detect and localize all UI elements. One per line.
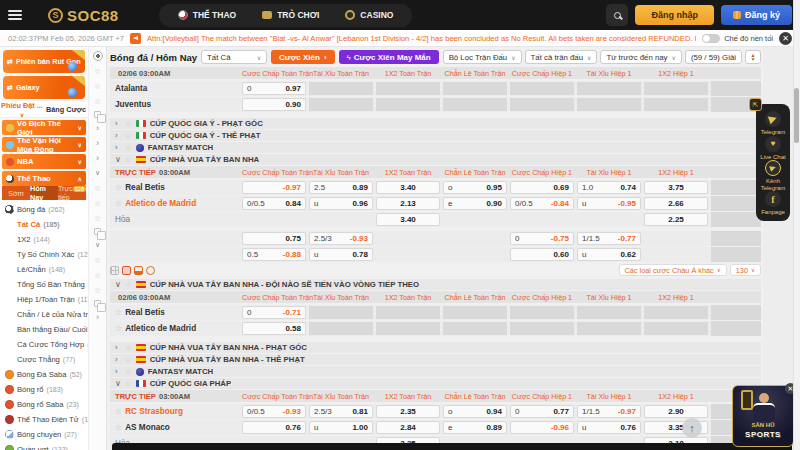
time-range-select[interactable]: Từ trước đến nay∨ (600, 50, 681, 64)
sidebar-bet-type[interactable]: Cá Cược Tổng Hợp (458) (0, 337, 88, 352)
odds-cell[interactable]: u-0.95 (577, 197, 641, 210)
league-row[interactable]: ∨ ☆ CÚP NHÀ VUA TÂY BAN NHA (110, 154, 761, 165)
odds-cell[interactable]: o0.94 (443, 405, 507, 418)
odds-cell[interactable] (510, 82, 574, 95)
odds-cell[interactable] (443, 306, 507, 319)
sidebar-sport-item[interactable]: Thể Thao Điện Tử (106) (0, 412, 88, 427)
asian-bets-select[interactable]: Các loại cược Châu Á khác∨ (619, 264, 727, 276)
odds-cell[interactable] (309, 213, 373, 226)
favorite-star-icon[interactable]: ☆ (125, 379, 132, 388)
expand-chevron-icon[interactable]: ∨ (115, 280, 121, 289)
nav-sports[interactable]: THỂ THAO (165, 4, 249, 27)
odds-cell[interactable] (510, 213, 574, 226)
bet-slip-tab[interactable]: Phiếu Đặt ... ∨ (0, 101, 44, 119)
rail-icon[interactable] (94, 228, 101, 235)
favorite-star-icon[interactable]: ☆ (125, 343, 132, 352)
sidebar-bet-type[interactable]: 1X2 (144) (0, 232, 88, 247)
rail-icon[interactable] (93, 285, 103, 295)
parlay-button[interactable]: Cược Xiên› (271, 50, 335, 64)
expand-toolbar-icon[interactable]: ⇱ (749, 98, 762, 111)
menu-icon[interactable] (8, 10, 22, 20)
league-row[interactable]: › ☆ FANTASY MATCH (110, 142, 761, 153)
sidebar-bet-type[interactable]: Chẵn / Lẻ của Nửa trậ... (111) (0, 307, 88, 322)
odds-cell[interactable] (510, 306, 574, 319)
expand-chevron-icon[interactable]: › (115, 343, 121, 352)
odds-cell[interactable]: 0-0.75 (510, 232, 574, 245)
odds-cell[interactable]: -0.96 (510, 421, 574, 434)
logo[interactable]: S SOC88 (48, 7, 119, 24)
favorite-star-icon[interactable]: ☆ (125, 280, 132, 289)
favorite-star-icon[interactable]: ☆ (115, 423, 122, 432)
odds-cell[interactable] (644, 98, 708, 111)
next-section-bar[interactable] (112, 443, 792, 450)
rail-icon[interactable] (93, 123, 103, 133)
sidebar-sport-item[interactable]: Quần vợt (133) (0, 442, 88, 450)
expand-chevron-icon[interactable]: ∨ (115, 379, 121, 388)
rail-icon[interactable] (93, 183, 103, 193)
odds-cell[interactable]: 0.76 (242, 421, 306, 434)
favorite-star-icon[interactable]: ☆ (115, 407, 122, 416)
league-row[interactable]: › ☆ CÚP QUỐC GIA Ý - PHẠT GÓC (110, 118, 761, 129)
odds-cell[interactable] (376, 98, 440, 111)
contact-item[interactable]: Live Chat (757, 136, 789, 161)
odds-cell[interactable]: 1.00.74 (577, 181, 641, 194)
close-icon[interactable]: ✕ (779, 32, 792, 45)
odds-cell[interactable]: 00.97 (242, 82, 306, 95)
favorite-star-icon[interactable]: ☆ (115, 183, 122, 192)
promo-banner[interactable]: SÀN HŨ SPORTS (732, 385, 794, 447)
sidebar-bet-type[interactable]: Tất Cả (185) (0, 217, 88, 232)
tab-early[interactable]: Sớm (2, 186, 30, 200)
odds-cell[interactable] (443, 322, 507, 335)
favorite-star-icon[interactable]: ☆ (125, 143, 132, 152)
odds-cell[interactable] (376, 322, 440, 335)
odds-cell[interactable] (376, 248, 440, 261)
odds-cell[interactable]: -0.97 (242, 181, 306, 194)
expand-chevron-icon[interactable]: › (115, 367, 121, 376)
odds-cell[interactable]: u1.00 (309, 421, 373, 434)
odds-count-select[interactable]: 130∨ (730, 264, 761, 276)
favorite-star-icon[interactable]: ☆ (125, 367, 132, 376)
tab-live[interactable]: Trực tiếp528 (58, 186, 86, 200)
sidebar-sport-item[interactable]: Bóng chuyền (27) (0, 427, 88, 442)
nav-games[interactable]: TRÒ CHƠI (249, 4, 332, 27)
odds-cell[interactable] (242, 213, 306, 226)
odds-cell[interactable]: 1/1.5-0.77 (577, 232, 641, 245)
register-button[interactable]: Đăng ký (721, 5, 792, 25)
odds-cell[interactable]: 0-0.71 (242, 306, 306, 319)
odds-cell[interactable] (443, 248, 507, 261)
favorite-star-icon[interactable]: ☆ (125, 131, 132, 140)
page-scrollbar[interactable] (793, 0, 800, 450)
odds-cell[interactable]: u0.78 (309, 248, 373, 261)
odds-cell[interactable] (577, 82, 641, 95)
odds-cell[interactable] (577, 306, 641, 319)
tab-today[interactable]: Hôm Nay (30, 186, 58, 200)
odds-cell[interactable]: u0.62 (577, 248, 641, 261)
sidebar-bet-type[interactable]: Tỷ Số Chính Xác (123) (0, 247, 88, 262)
search-button[interactable] (606, 4, 628, 26)
odds-cell[interactable]: 0.69 (510, 181, 574, 194)
odds-cell[interactable]: e0.90 (443, 197, 507, 210)
odds-cell[interactable]: 0/0.5-0.93 (242, 405, 306, 418)
odds-cell[interactable] (443, 82, 507, 95)
odds-cell[interactable]: 2.13 (376, 197, 440, 210)
contact-item[interactable]: Kênh Telegram (757, 160, 789, 191)
sidebar-section-header[interactable]: Thế Vận Hội Mùa Đông ∨ (2, 137, 86, 152)
rail-icon[interactable] (93, 138, 103, 148)
video-icon[interactable] (122, 266, 131, 275)
favorite-star-icon[interactable]: ☆ (125, 155, 132, 164)
sidebar-bet-type[interactable]: Tổng Số Bàn Thắng (123) (0, 277, 88, 292)
odds-cell[interactable]: o0.95 (443, 181, 507, 194)
league-row[interactable]: › ☆ CÚP NHÀ VUA TÂY BAN NHA - THẺ PHẠT (110, 354, 761, 365)
rail-icon[interactable] (94, 111, 101, 118)
rail-icon[interactable] (93, 198, 103, 208)
expand-chevron-icon[interactable]: › (115, 143, 121, 152)
scroll-to-top-button[interactable]: ↑ (682, 418, 702, 438)
odds-cell[interactable]: 2.66 (644, 197, 708, 210)
favorite-star-icon[interactable]: ☆ (125, 355, 132, 364)
rail-icon[interactable] (93, 213, 103, 223)
odds-cell[interactable] (376, 82, 440, 95)
nav-casino[interactable]: CASINO (332, 4, 406, 27)
odds-cell[interactable]: 2.84 (376, 421, 440, 434)
match-filter-select[interactable]: Bộ Lọc Trận Đấu∨ (443, 50, 522, 64)
sidebar-section-header[interactable]: NBA ∨ (2, 154, 86, 169)
